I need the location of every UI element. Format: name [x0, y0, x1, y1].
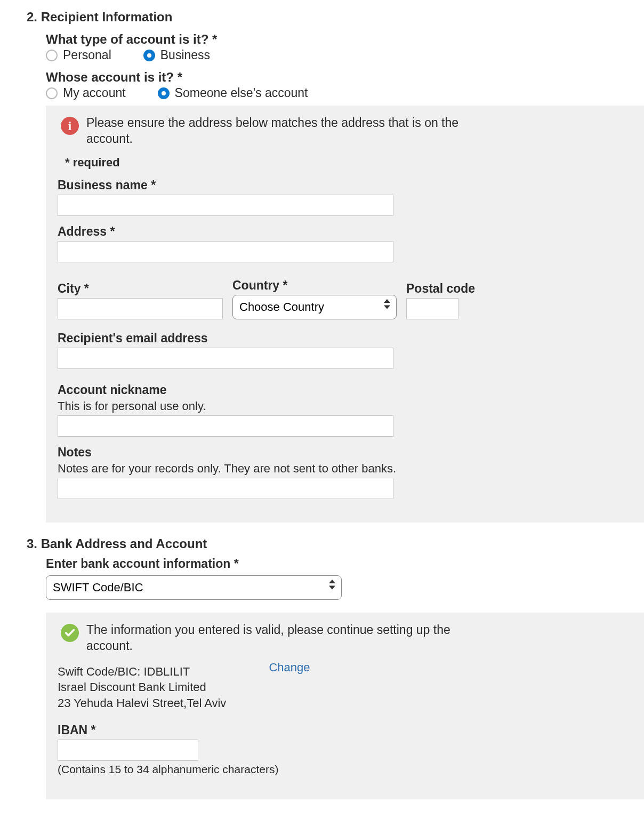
bank-info-label: Enter bank account information * [46, 557, 644, 571]
radio-unchecked-icon [46, 50, 58, 61]
radio-checked-icon [158, 87, 170, 99]
iban-label: IBAN * [58, 723, 644, 737]
bank-name-line: Israel Discount Bank Limited [58, 679, 226, 695]
country-label: Country * [232, 278, 397, 293]
notes-input[interactable] [58, 478, 393, 499]
section-2-title: 2. Recipient Information [27, 10, 644, 25]
whose-account-radio-group: My account Someone else's account [46, 86, 644, 100]
bank-info-select-wrap: SWIFT Code/BIC [46, 575, 342, 600]
whose-account-mine[interactable]: My account [46, 86, 126, 100]
required-indicator: * required [65, 156, 644, 170]
account-type-radio-group: Personal Business [46, 48, 644, 62]
business-name-input[interactable] [58, 195, 393, 216]
iban-hint: (Contains 15 to 34 alphanumeric characte… [58, 763, 644, 776]
change-link[interactable]: Change [269, 661, 310, 674]
radio-label: Someone else's account [175, 86, 308, 100]
valid-text: The information you entered is valid, pl… [86, 622, 498, 654]
info-icon: i [61, 117, 79, 135]
country-select[interactable]: Choose Country [232, 295, 397, 319]
address-input[interactable] [58, 241, 393, 262]
country-select-wrap: Choose Country [232, 295, 397, 319]
radio-unchecked-icon [46, 87, 58, 99]
bank-valid-note: The information you entered is valid, pl… [61, 622, 498, 654]
business-name-label: Business name * [58, 178, 644, 192]
notes-label: Notes [58, 445, 644, 460]
radio-label: My account [63, 86, 126, 100]
nickname-hint: This is for personal use only. [58, 399, 644, 413]
email-input[interactable] [58, 348, 393, 369]
info-text: Please ensure the address below matches … [86, 115, 498, 147]
nickname-label: Account nickname [58, 383, 644, 397]
radio-label: Personal [63, 48, 111, 62]
iban-input[interactable] [58, 740, 198, 761]
account-type-label: What type of account is it? * [46, 32, 644, 47]
check-icon [61, 624, 79, 642]
bank-panel: The information you entered is valid, pl… [46, 613, 644, 799]
city-label: City * [58, 282, 223, 296]
bank-address-line: 23 Yehuda Halevi Street,Tel Aviv [58, 695, 226, 711]
whose-account-label: Whose account is it? * [46, 70, 644, 85]
postal-label: Postal code [406, 282, 475, 296]
radio-label: Business [160, 48, 210, 62]
radio-checked-icon [143, 50, 155, 61]
address-label: Address * [58, 224, 644, 239]
notes-hint: Notes are for your records only. They ar… [58, 462, 644, 476]
account-type-personal[interactable]: Personal [46, 48, 111, 62]
address-match-note: i Please ensure the address below matche… [61, 115, 498, 147]
postal-input[interactable] [406, 298, 458, 319]
bank-info-select[interactable]: SWIFT Code/BIC [46, 575, 342, 600]
whose-account-someone[interactable]: Someone else's account [158, 86, 308, 100]
swift-line: Swift Code/BIC: IDBLILIT [58, 664, 226, 680]
account-type-business[interactable]: Business [143, 48, 210, 62]
nickname-input[interactable] [58, 415, 393, 437]
email-label: Recipient's email address [58, 331, 644, 346]
section-3-title: 3. Bank Address and Account [27, 536, 644, 551]
recipient-panel: i Please ensure the address below matche… [46, 106, 644, 523]
city-input[interactable] [58, 298, 223, 319]
